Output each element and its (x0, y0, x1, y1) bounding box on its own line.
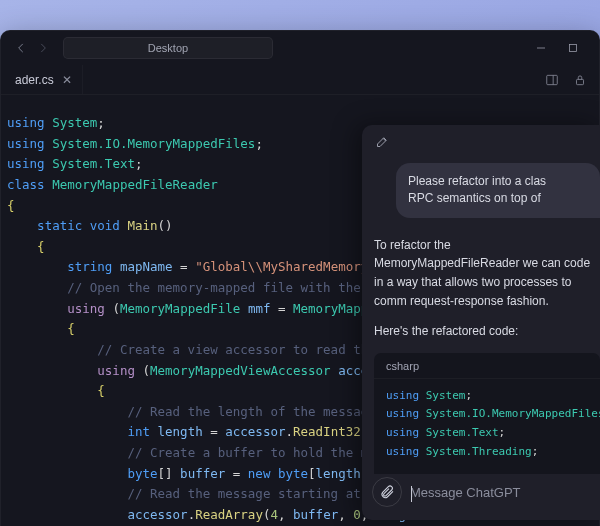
minimize-icon (535, 42, 547, 54)
layout-panel-icon (545, 73, 559, 87)
code-language-label: csharp (374, 353, 600, 379)
user-message-text: Please refactor into a clas RPC semantic… (408, 174, 546, 205)
location-label: Desktop (148, 42, 188, 54)
title-bar: Desktop (1, 31, 599, 65)
svg-rect-2 (577, 79, 584, 84)
svg-rect-1 (547, 75, 558, 84)
chat-header (362, 125, 600, 157)
assistant-code: using System; using System.IO.MemoryMapp… (374, 379, 600, 474)
nav-back-button[interactable] (11, 38, 31, 58)
assistant-code-block: csharp using System; using System.IO.Mem… (374, 353, 600, 474)
user-message: Please refactor into a clas RPC semantic… (396, 163, 600, 218)
lock-button[interactable] (569, 69, 591, 91)
chat-input[interactable] (410, 485, 590, 500)
tab-bar: ader.cs ✕ (1, 65, 599, 95)
chat-body: Please refactor into a clas RPC semantic… (362, 157, 600, 474)
tab-close-button[interactable]: ✕ (62, 73, 72, 87)
window-maximize-button[interactable] (557, 36, 589, 60)
paperclip-icon (379, 484, 395, 500)
window-minimize-button[interactable] (525, 36, 557, 60)
attach-button[interactable] (372, 477, 402, 507)
chat-input-row (362, 474, 600, 520)
assistant-message-1: To refactor the MemoryMappedFileReader w… (374, 236, 600, 310)
maximize-icon (567, 42, 579, 54)
tab-label: ader.cs (15, 73, 54, 87)
lock-icon (573, 73, 587, 87)
back-arrow-icon (14, 41, 28, 55)
text-caret (411, 486, 412, 502)
location-pill[interactable]: Desktop (63, 37, 273, 59)
tab-active[interactable]: ader.cs ✕ (1, 65, 83, 94)
layout-panel-button[interactable] (541, 69, 563, 91)
assistant-message-2: Here's the refactored code: (374, 322, 600, 341)
forward-arrow-icon (36, 41, 50, 55)
compose-icon (375, 134, 390, 149)
chat-panel: Please refactor into a clas RPC semantic… (362, 125, 600, 520)
compose-button[interactable] (372, 131, 392, 151)
nav-forward-button[interactable] (33, 38, 53, 58)
svg-rect-0 (570, 45, 577, 52)
